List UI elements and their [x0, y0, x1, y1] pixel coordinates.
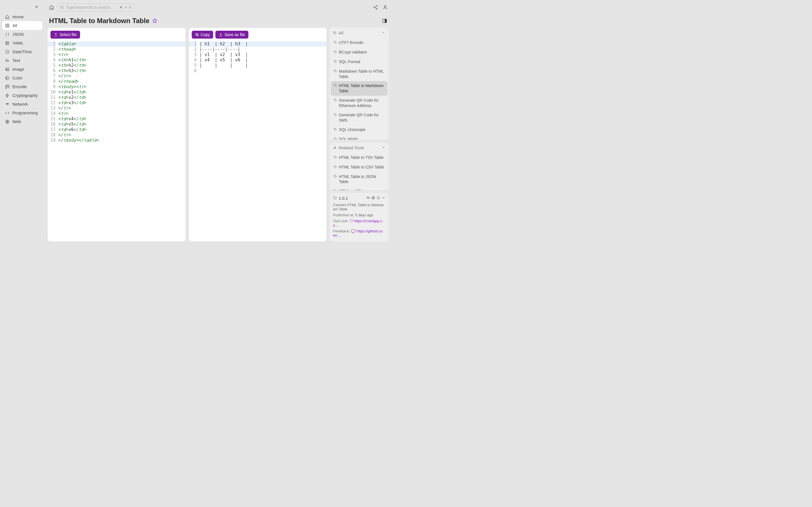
info-published: Published at: 5 days ago	[333, 213, 386, 217]
input-code-area[interactable]: 12345678910111213141516171819 <table><th…	[48, 41, 186, 241]
sidebar-item-label: Color	[12, 75, 22, 80]
info-icon	[333, 196, 337, 201]
sidebar-icon	[5, 50, 10, 54]
tool-item[interactable]: UTF7 Encode	[331, 38, 388, 48]
share-button[interactable]	[373, 5, 378, 10]
chevron-down-icon[interactable]	[382, 196, 386, 201]
svg-point-31	[335, 128, 335, 129]
panel-toggle-button[interactable]	[382, 18, 387, 23]
svg-point-15	[376, 5, 377, 6]
tool-item[interactable]: Generate QR Code for SMS	[331, 110, 388, 125]
text-size-icon[interactable]	[366, 196, 370, 201]
tool-item-label: Generate QR Code for SMS	[339, 112, 385, 123]
tool-item[interactable]: HTML Table to Markdown Table	[331, 81, 388, 96]
user-button[interactable]	[383, 5, 388, 10]
info-description: Convert HTML Table to Markdown Table	[333, 203, 386, 211]
sidebar-icon	[5, 32, 10, 37]
save-as-file-button[interactable]: Save as file	[215, 31, 248, 39]
output-code-area[interactable]: 123456 | h1 | h2 | h3 ||----|----|----||…	[189, 41, 327, 241]
tool-item-label: Markdown Table to HTML Table	[339, 69, 385, 79]
tool-item-label: UTF7 Encode	[339, 40, 363, 45]
svg-rect-0	[6, 24, 7, 25]
all-tools-panel: All UTF7 EncodeBCrypt validatorSQL Forma…	[329, 27, 389, 140]
tool-item-label: HTML Table to Markdown Table	[339, 83, 385, 94]
tool-item-label: SQL Unescape	[339, 127, 365, 132]
related-tools-header[interactable]: Related Tools	[329, 143, 389, 153]
sidebar-icon	[5, 15, 10, 19]
sidebar-item-image[interactable]: Image	[2, 65, 42, 73]
sidebar-item-encode[interactable]: Encode	[2, 82, 42, 91]
copy-icon	[195, 33, 199, 37]
sidebar-icon	[5, 111, 10, 115]
output-editor: Copy Save as file 123456 | h1 | h2 | h3 …	[189, 27, 327, 242]
related-tool-item[interactable]: HTML Table to JSON Table	[331, 172, 388, 187]
sidebar-item-yaml[interactable]: YAML	[2, 39, 42, 47]
sidebar-item-date-time[interactable]: Date/Time	[2, 47, 42, 56]
sidebar-item-label: Encode	[12, 84, 27, 89]
svg-rect-9	[6, 85, 7, 87]
tag-icon	[334, 98, 337, 103]
copy-button[interactable]: Copy	[192, 31, 213, 39]
sidebar-item-all[interactable]: All	[2, 21, 42, 30]
tag-icon	[334, 174, 337, 180]
sidebar-icon	[5, 58, 10, 63]
sidebar-item-label: Network	[12, 102, 28, 107]
check-circle-icon[interactable]	[376, 196, 380, 201]
sidebar-item-label: Programming	[12, 110, 38, 115]
sidebar-icon	[5, 93, 10, 98]
sidebar-item-label: Home	[12, 14, 24, 19]
related-tool-item[interactable]: HTML Table to CSV Table	[331, 163, 388, 172]
sidebar-item-label: YAML	[12, 41, 24, 45]
tool-item-label: SQL Minify	[339, 136, 358, 140]
sidebar-item-web[interactable]: Web	[2, 117, 42, 126]
related-item-label: HTML to SQL	[339, 188, 363, 190]
related-item-label: HTML Table to CSV Table	[339, 165, 384, 170]
download-icon	[219, 33, 223, 37]
tool-item[interactable]: BCrypt validator	[331, 48, 388, 57]
wrench-icon	[333, 146, 337, 150]
sidebar-collapse-button[interactable]	[35, 4, 40, 10]
tool-item[interactable]: SQL Unescape	[331, 125, 388, 135]
home-button[interactable]	[49, 4, 55, 10]
svg-point-24	[335, 42, 335, 42]
tag-icon	[334, 69, 337, 74]
sidebar-item-color[interactable]: Color	[2, 73, 42, 82]
tool-item[interactable]: Markdown Table to HTML Table	[331, 67, 388, 81]
search-input[interactable]	[66, 5, 116, 10]
svg-point-27	[335, 70, 335, 71]
favorite-button[interactable]	[152, 18, 157, 24]
sidebar-item-programming[interactable]: Programming	[2, 108, 42, 117]
svg-point-23	[334, 32, 335, 33]
version-label: 1.0.1	[339, 196, 348, 201]
tool-item[interactable]: Generate QR Code for Ethereum Address	[331, 96, 388, 110]
svg-point-18	[384, 6, 386, 7]
sidebar-item-cryptography[interactable]: Cryptography	[2, 91, 42, 100]
all-tools-header[interactable]: All	[329, 27, 389, 38]
tool-item[interactable]: SQL Format	[331, 57, 388, 67]
sidebar-item-label: All	[12, 23, 17, 28]
svg-rect-10	[8, 85, 9, 87]
main: ⌘ + K HTML Table to Markdown Table	[45, 0, 392, 244]
sidebar-item-text[interactable]: Text	[2, 56, 42, 65]
svg-rect-3	[8, 26, 9, 27]
sidebar-item-label: Image	[12, 67, 24, 71]
tag-icon	[334, 83, 337, 89]
svg-point-32	[335, 138, 335, 138]
sidebar-icon	[5, 67, 10, 71]
tag-icon	[334, 165, 337, 170]
globe-icon[interactable]	[371, 196, 375, 201]
topbar: ⌘ + K	[45, 0, 392, 15]
tool-item[interactable]: SQL Minify	[331, 135, 388, 140]
sidebar-item-json[interactable]: JSON	[2, 30, 42, 39]
sidebar-item-network[interactable]: Network	[2, 100, 42, 108]
select-file-button[interactable]: Select file	[50, 31, 80, 39]
search-box[interactable]: ⌘ + K	[57, 3, 135, 11]
tool-item-label: Generate QR Code for Ethereum Address	[339, 98, 385, 108]
related-tool-item[interactable]: HTML to SQL	[331, 186, 388, 190]
related-item-label: HTML Table to TSV Table	[339, 155, 384, 160]
chat-icon: 💬	[351, 229, 356, 233]
svg-rect-1	[8, 24, 9, 25]
svg-rect-2	[6, 26, 7, 27]
sidebar-item-home[interactable]: Home	[2, 12, 42, 21]
related-tool-item[interactable]: HTML Table to TSV Table	[331, 153, 388, 163]
